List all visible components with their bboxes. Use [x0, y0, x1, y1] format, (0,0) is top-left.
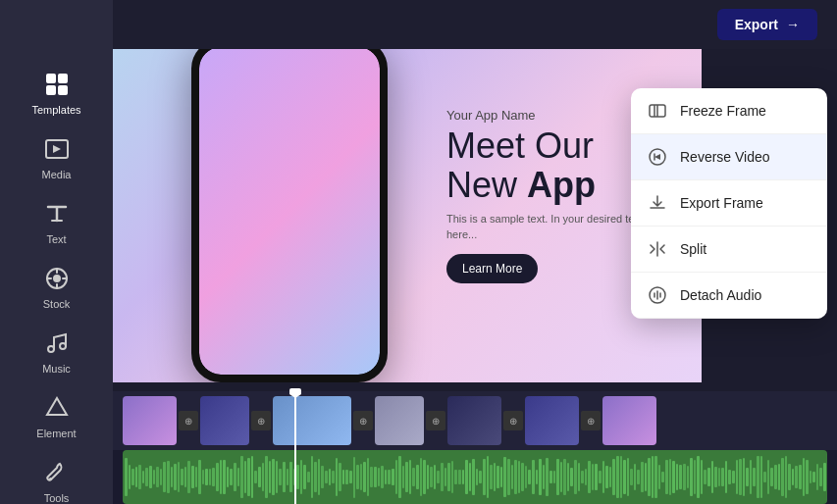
sidebar-item-text[interactable]: Text — [0, 188, 113, 253]
sidebar-item-tools[interactable]: Tools — [0, 447, 113, 504]
context-menu: Freeze Frame Reverse Video Export Frame … — [631, 88, 827, 319]
templates-label: Templates — [31, 104, 80, 116]
freeze-frame-icon — [647, 100, 668, 122]
svg-point-8 — [60, 343, 66, 349]
reverse-video-icon — [647, 146, 668, 168]
element-icon — [41, 392, 73, 424]
audio-waveform[interactable] — [123, 450, 827, 504]
preview-canvas: Your App Name Meet Our New App This is a… — [113, 49, 702, 382]
freeze-frame-label: Freeze Frame — [680, 103, 766, 119]
menu-item-export-frame[interactable]: Export Frame — [631, 180, 827, 227]
svg-rect-0 — [46, 74, 56, 83]
svg-point-6 — [53, 275, 61, 282]
tools-icon — [41, 457, 73, 488]
export-arrow-icon: → — [786, 17, 800, 32]
sidebar-item-stock[interactable]: Stock — [0, 253, 113, 318]
timeline-clip-2[interactable] — [200, 396, 249, 445]
clip-transition-6: ⊕ — [581, 411, 601, 430]
timeline-clip-3[interactable] — [273, 396, 351, 445]
timeline-clip-1[interactable] — [123, 396, 177, 445]
media-label: Media — [42, 169, 72, 180]
sidebar-item-music[interactable]: Music — [0, 318, 113, 382]
menu-item-detach-audio[interactable]: Detach Audio — [631, 273, 827, 319]
phone-preview — [191, 49, 407, 382]
svg-rect-3 — [58, 85, 68, 95]
element-label: Element — [36, 428, 76, 439]
text-icon — [41, 198, 73, 229]
clip-transition-4: ⊕ — [426, 411, 445, 430]
learn-more-button[interactable]: Learn More — [446, 254, 538, 283]
text-label: Text — [46, 233, 66, 245]
app-text-overlay: Your App Name Meet Our New App This is a… — [446, 108, 643, 283]
svg-point-7 — [48, 346, 54, 352]
timeline-area: ⊕ ⊕ ⊕ ⊕ ⊕ ⊕ — [113, 391, 837, 504]
app-title-line1: Meet Our — [446, 126, 643, 166]
clip-transition-2: ⊕ — [251, 411, 271, 430]
split-icon — [647, 238, 668, 260]
export-frame-icon — [647, 192, 668, 214]
timeline-clip-7[interactable] — [602, 396, 656, 445]
split-label: Split — [680, 241, 706, 257]
stock-label: Stock — [43, 298, 71, 310]
media-icon — [41, 133, 73, 165]
menu-item-reverse-video[interactable]: Reverse Video — [631, 134, 827, 180]
app-subtitle: Your App Name — [446, 108, 643, 123]
app-title-line2: New App — [446, 166, 643, 205]
detach-audio-icon — [647, 284, 668, 306]
templates-icon — [41, 69, 73, 100]
clip-transition-3: ⊕ — [353, 411, 373, 430]
export-label: Export — [735, 17, 778, 32]
music-icon — [41, 328, 73, 359]
svg-point-9 — [49, 478, 52, 480]
tools-label: Tools — [44, 492, 70, 504]
timeline-clip-4[interactable] — [375, 396, 424, 445]
stock-icon — [41, 263, 73, 294]
music-label: Music — [42, 363, 71, 375]
detach-audio-label: Detach Audio — [680, 287, 761, 303]
sidebar-item-templates[interactable]: Templates — [0, 59, 113, 124]
clip-transition-1: ⊕ — [179, 411, 198, 430]
sidebar-item-element[interactable]: Element — [0, 382, 113, 447]
svg-rect-2 — [46, 85, 56, 95]
menu-item-split[interactable]: Split — [631, 227, 827, 273]
timeline-clip-5[interactable] — [447, 396, 501, 445]
export-button[interactable]: Export → — [717, 9, 817, 40]
export-frame-label: Export Frame — [680, 195, 763, 211]
waveform-bars — [123, 450, 827, 504]
clip-transition-5: ⊕ — [503, 411, 523, 430]
sidebar: Templates Media Text Stock — [0, 0, 113, 504]
phone-screen — [199, 49, 380, 375]
timeline-clips: ⊕ ⊕ ⊕ ⊕ ⊕ ⊕ — [113, 391, 837, 450]
timeline-clip-6[interactable] — [525, 396, 579, 445]
svg-rect-1 — [58, 74, 68, 83]
reverse-video-label: Reverse Video — [680, 149, 770, 165]
top-bar: Export → — [113, 0, 837, 49]
app-description: This is a sample text. In your desired t… — [446, 212, 643, 242]
sidebar-item-media[interactable]: Media — [0, 124, 113, 188]
phone-frame — [191, 49, 388, 382]
menu-item-freeze-frame[interactable]: Freeze Frame — [631, 88, 827, 134]
